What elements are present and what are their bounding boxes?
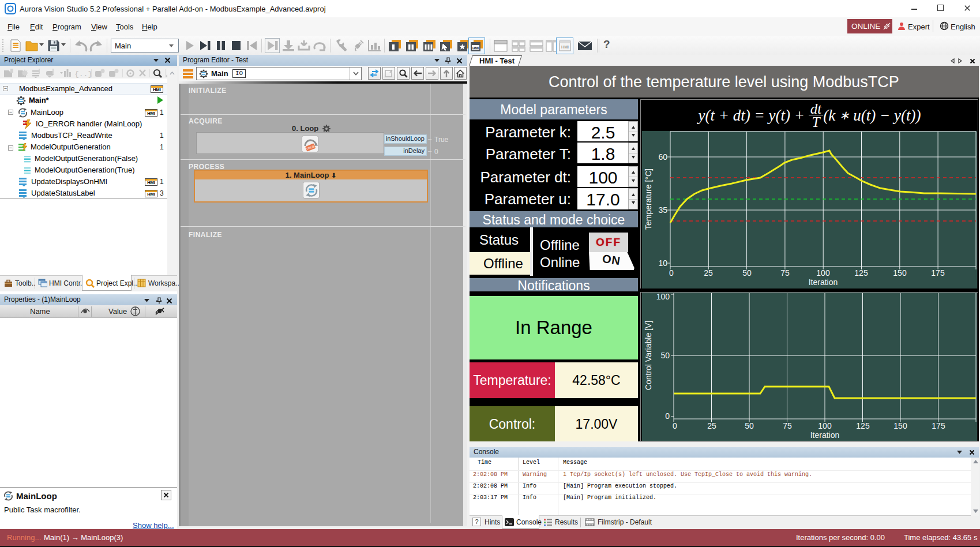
svg-text:Control Variable [V]: Control Variable [V] bbox=[644, 321, 653, 390]
svg-text:75: 75 bbox=[780, 268, 790, 278]
svg-text:0: 0 bbox=[673, 421, 677, 430]
svg-text:75: 75 bbox=[783, 421, 792, 430]
svg-text:50: 50 bbox=[660, 351, 670, 360]
svg-text:50: 50 bbox=[745, 421, 754, 430]
svg-text:125: 125 bbox=[856, 421, 870, 430]
svg-text:HMI: HMI bbox=[472, 46, 479, 50]
svg-text:150: 150 bbox=[893, 421, 907, 430]
svg-text:0: 0 bbox=[665, 411, 670, 421]
svg-text:25: 25 bbox=[707, 421, 716, 430]
svg-text:Temperature [°C]: Temperature [°C] bbox=[644, 168, 653, 230]
svg-text:100: 100 bbox=[818, 421, 832, 430]
svg-text:0: 0 bbox=[669, 268, 674, 278]
svg-text:25: 25 bbox=[704, 268, 713, 278]
svg-text:Iteration: Iteration bbox=[809, 278, 838, 287]
svg-text:50: 50 bbox=[742, 268, 752, 278]
svg-text:100: 100 bbox=[816, 268, 830, 278]
svg-text:10: 10 bbox=[658, 258, 667, 268]
svg-text:60: 60 bbox=[658, 152, 667, 162]
svg-text:HMI: HMI bbox=[561, 45, 569, 49]
svg-text:175: 175 bbox=[932, 421, 945, 430]
svg-text:125: 125 bbox=[854, 268, 868, 278]
svg-text:{..}: {..} bbox=[74, 70, 92, 78]
svg-text:175: 175 bbox=[931, 268, 945, 278]
svg-text:35: 35 bbox=[658, 205, 667, 215]
svg-text:Iteration: Iteration bbox=[810, 430, 840, 440]
svg-text:150: 150 bbox=[893, 268, 907, 278]
svg-text:100: 100 bbox=[656, 293, 670, 301]
